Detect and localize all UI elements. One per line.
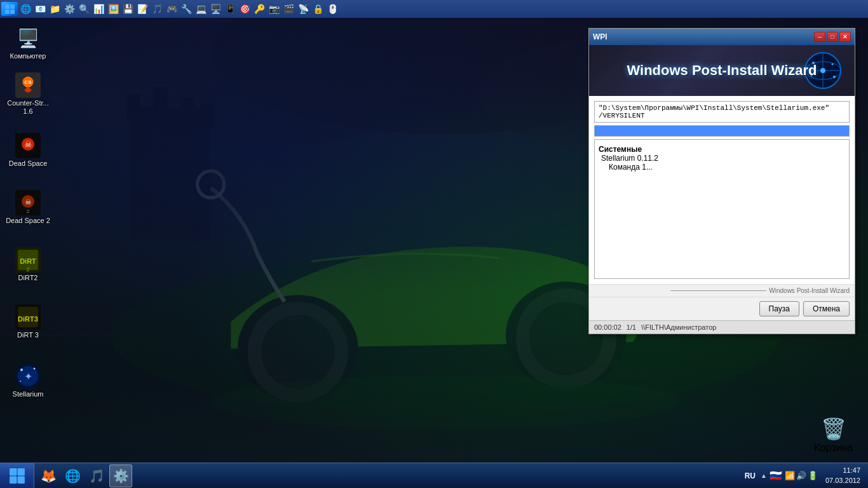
toolbar-extra9-icon[interactable]: 🔒 [311,2,325,16]
my-computer-icon: 🖥️ [15,25,41,51]
wpi-progress-count: 1/1 [627,323,636,331]
toolbar-note-icon[interactable]: 📝 [135,2,149,16]
svg-point-54 [832,64,834,65]
wpi-buttons: Пауза Отмена [589,297,855,320]
my-computer-label: Компьютер [10,52,46,60]
toolbar-image-icon[interactable]: 🖼️ [106,2,120,16]
start-button[interactable] [0,463,34,489]
tray-battery-icon[interactable]: 🔋 [808,471,818,480]
dead-space-2-icon: ☠ 2 [15,190,41,215]
toolbar-extra1-icon[interactable]: 💻 [194,2,208,16]
desktop-icon-dirt2[interactable]: DiRT 2 DiRT2 [3,245,53,285]
clock-time: 11:47 [825,466,860,475]
toolbar-extra5-icon[interactable]: 🔑 [252,2,266,16]
toolbar-save-icon[interactable]: 💾 [121,2,135,16]
toolbar-extra6-icon[interactable]: 📷 [267,2,281,16]
start-menu-icon[interactable] [1,2,18,16]
recycle-bin-icon[interactable]: 🗑️ Корзина [811,414,855,456]
wpi-maximize-button[interactable]: □ [827,32,838,42]
dirt2-label: DiRT2 [18,274,38,282]
tray-volume-icon[interactable]: 🔊 [796,471,806,480]
system-clock[interactable]: 11:47 07.03.2012 [820,466,865,485]
svg-text:2: 2 [26,266,29,273]
toolbar-extra10-icon[interactable]: 🖱️ [325,2,339,16]
wpi-titlebar-buttons: ─ □ ✕ [814,32,851,42]
wpi-minimize-button[interactable]: ─ [814,32,825,42]
wpi-cancel-button[interactable]: Отмена [803,301,850,316]
toolbar-extra8-icon[interactable]: 📡 [296,2,310,16]
tray-system-icons: 📶 🔊 🔋 [785,471,818,480]
svg-rect-22 [10,4,15,9]
toolbar-music-icon[interactable]: 🎵 [150,2,164,16]
taskbar-firefox-icon[interactable]: 🦊 [37,464,60,487]
windows-logo-icon [9,468,25,484]
toolbar-extra4-icon[interactable]: 🎯 [238,2,252,16]
wpi-user: \\FILTH\Администратор [641,323,716,331]
language-indicator[interactable]: RU [742,471,758,480]
tray-network-icon[interactable]: 📶 [785,471,795,480]
wpi-title: WPI [593,32,607,41]
svg-rect-23 [5,10,10,14]
stellarium-label: Stellarium [13,390,44,398]
svg-rect-24 [10,10,15,14]
dead-space-2-label: Dead Space 2 [6,217,50,225]
log-subitem-command: Команда 1... [599,163,845,172]
svg-text:☠: ☠ [25,198,32,207]
wpi-dialog: WPI ─ □ ✕ Windows Post-Install Wizard [588,28,855,334]
desktop-icon-stellarium[interactable]: ✦ Stellarium [3,361,53,401]
svg-point-47 [20,381,21,382]
desktop-icon-dead-space[interactable]: ☠ Dead Space [3,130,53,170]
desktop-icon-dead-space-2[interactable]: ☠ 2 Dead Space 2 [3,187,53,227]
dirt3-label: DiRT 3 [17,331,39,339]
clock-date: 07.03.2012 [825,476,860,485]
taskbar-browser-icon[interactable]: 🌐 [61,464,84,487]
toolbar-extra3-icon[interactable]: 📱 [223,2,237,16]
wpi-command-line: "D:\System\Программы\WPI\Install\System\… [594,101,850,123]
top-toolbar: 🌐 📧 📁 ⚙️ 🔍 📊 🖼️ 💾 📝 🎵 🎮 🔧 💻 🖥️ 📱 🎯 🔑 📷 🎬… [0,0,868,18]
svg-rect-57 [10,468,17,475]
wpi-status-bar: 00:00:02 1/1 \\FILTH\Администратор [589,320,855,334]
svg-point-46 [34,368,36,370]
wpi-header-title: Windows Post-Install Wizard [627,62,817,79]
wpi-footer-label: Windows Post-Install Wizard [589,284,855,297]
wpi-log[interactable]: Системные Stellarium 0.11.2 Команда 1... [594,139,850,279]
svg-text:☠: ☠ [24,139,32,149]
desktop-icon-dirt3[interactable]: DiRT3 DiRT 3 [3,302,53,342]
recycle-bin-image: 🗑️ [821,417,846,441]
wpi-progress-bar [594,125,850,137]
toolbar-chart-icon[interactable]: 📊 [92,2,105,16]
toolbar-email-icon[interactable]: 📧 [33,2,47,16]
wpi-close-button[interactable]: ✕ [839,32,851,42]
system-tray: RU ▲ 🇷🇺 📶 🔊 🔋 11:47 07.03.2012 [740,463,868,489]
stellarium-icon: ✦ [15,363,41,389]
toolbar-extra7-icon[interactable]: 🎬 [281,2,295,16]
taskbar-wpi-running-icon[interactable]: ⚙️ [109,464,132,487]
dirt3-icon: DiRT3 [15,304,41,330]
wpi-titlebar: WPI ─ □ ✕ [589,29,855,45]
toolbar-search-icon[interactable]: 🔍 [77,2,91,16]
toolbar-browser-icon[interactable]: 🌐 [18,2,32,16]
dead-space-icon: ☠ [15,133,41,158]
svg-point-52 [820,68,825,73]
desktop-icon-my-computer[interactable]: 🖥️ Компьютер [3,23,53,63]
wpi-pause-button[interactable]: Пауза [759,301,799,316]
taskbar-media-icon[interactable]: 🎵 [85,464,108,487]
tray-flag-icon[interactable]: 🇷🇺 [770,470,782,482]
desktop-icon-counter-strike[interactable]: CS Counter-Str... 1.6 [3,70,53,118]
desktop: 🌐 📧 📁 ⚙️ 🔍 📊 🖼️ 💾 📝 🎵 🎮 🔧 💻 🖥️ 📱 🎯 🔑 📷 🎬… [0,0,868,488]
toolbar-game-icon[interactable]: 🎮 [165,2,179,16]
svg-rect-60 [17,476,24,483]
quick-launch-bar: 🦊 🌐 🎵 ⚙️ [34,463,135,489]
toolbar-folder-icon[interactable]: 📁 [48,2,62,16]
tray-up-arrow: ▲ [761,472,767,479]
dead-space-label: Dead Space [9,159,48,168]
svg-text:✦: ✦ [24,371,32,382]
toolbar-extra2-icon[interactable]: 🖥️ [208,2,222,16]
svg-point-45 [20,369,23,371]
toolbar-settings-icon[interactable]: ⚙️ [62,2,76,16]
wpi-header: Windows Post-Install Wizard [589,45,855,96]
svg-text:2: 2 [27,208,30,214]
counter-strike-label: Counter-Str... 1.6 [5,99,51,116]
log-category-sistemnie: Системные [599,145,845,154]
toolbar-tool-icon[interactable]: 🔧 [179,2,193,16]
